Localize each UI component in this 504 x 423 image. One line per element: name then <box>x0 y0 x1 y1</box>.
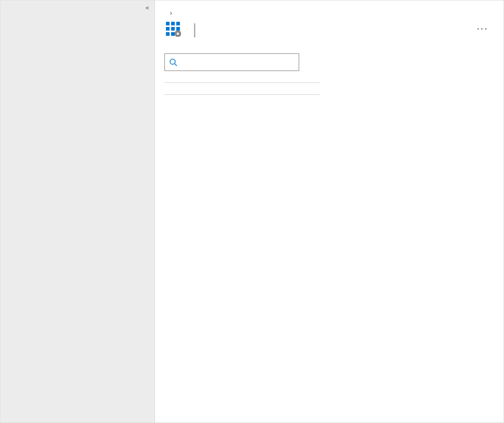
primary-sidebar: « <box>1 1 155 422</box>
main-panel: › | ··· <box>155 1 503 422</box>
apps-gear-icon <box>164 20 182 38</box>
svg-rect-7 <box>171 32 175 36</box>
search-icon <box>169 58 177 66</box>
blade-nav <box>164 82 320 95</box>
page-header: | ··· <box>164 20 488 38</box>
page-title: | <box>189 21 200 37</box>
more-actions-button[interactable]: ··· <box>477 23 488 35</box>
divider <box>164 82 320 83</box>
svg-point-9 <box>177 33 179 35</box>
svg-rect-5 <box>176 27 180 31</box>
divider <box>164 94 320 95</box>
svg-rect-2 <box>176 22 180 25</box>
svg-rect-6 <box>166 32 170 36</box>
svg-rect-1 <box>171 22 175 25</box>
chevron-right-icon: › <box>166 9 176 17</box>
svg-rect-4 <box>171 27 175 31</box>
svg-line-11 <box>175 64 177 66</box>
svg-point-10 <box>170 59 175 64</box>
svg-rect-3 <box>166 27 170 31</box>
search-input[interactable] <box>181 58 295 67</box>
breadcrumb: › <box>166 9 488 17</box>
search-box[interactable] <box>164 53 299 71</box>
collapse-sidebar-button[interactable]: « <box>145 4 149 11</box>
svg-rect-0 <box>166 22 170 25</box>
